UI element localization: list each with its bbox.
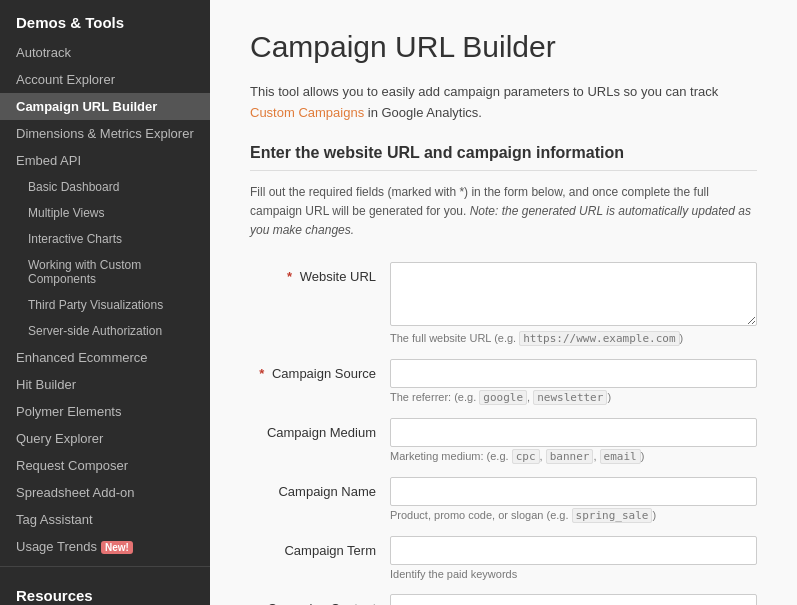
sidebar-item-enhanced-ecommerce[interactable]: Enhanced Ecommerce xyxy=(0,344,210,371)
sidebar-item-embed-api[interactable]: Embed API xyxy=(0,147,210,174)
form-label-campaign-medium: Campaign Medium xyxy=(250,418,390,440)
form-row-campaign-content: Campaign Contentids xyxy=(250,594,757,605)
required-star: * xyxy=(259,366,268,381)
intro-text: This tool allows you to easily add campa… xyxy=(250,82,757,124)
sidebar-item-campaign-url-builder[interactable]: Campaign URL Builder xyxy=(0,93,210,120)
sidebar-resources-title: Resources xyxy=(0,573,210,605)
intro-text-before: This tool allows you to easily add campa… xyxy=(250,84,718,99)
sidebar-divider xyxy=(0,566,210,567)
form-label-campaign-source: * Campaign Source xyxy=(250,359,390,381)
sidebar-item-tag-assistant[interactable]: Tag Assistant xyxy=(0,506,210,533)
campaign-source-input[interactable] xyxy=(390,359,757,388)
sidebar-item-hit-builder[interactable]: Hit Builder xyxy=(0,371,210,398)
required-star: * xyxy=(287,269,296,284)
sidebar-item-basic-dashboard[interactable]: Basic Dashboard xyxy=(0,174,210,200)
sidebar-items: AutotrackAccount ExplorerCampaign URL Bu… xyxy=(0,39,210,560)
form-row-campaign-medium: Campaign MediumMarketing medium: (e.g. c… xyxy=(250,418,757,463)
sidebar-item-custom-components[interactable]: Working with Custom Components xyxy=(0,252,210,292)
field-hint-campaign-source: The referrer: (e.g. google, newsletter) xyxy=(390,391,757,404)
fill-note: Fill out the required fields (marked wit… xyxy=(250,183,757,241)
form-row-campaign-term: Campaign TermIdentify the paid keywords xyxy=(250,536,757,580)
form: * Website URLThe full website URL (e.g. … xyxy=(250,262,757,605)
form-field-wrap-campaign-name: Product, promo code, or slogan (e.g. spr… xyxy=(390,477,757,522)
custom-campaigns-link[interactable]: Custom Campaigns xyxy=(250,105,364,120)
form-field-wrap-website-url: The full website URL (e.g. https://www.e… xyxy=(390,262,757,345)
form-label-website-url: * Website URL xyxy=(250,262,390,284)
sidebar-item-dimensions-metrics[interactable]: Dimensions & Metrics Explorer xyxy=(0,120,210,147)
sidebar-item-server-auth[interactable]: Server-side Authorization xyxy=(0,318,210,344)
sidebar-item-interactive-charts[interactable]: Interactive Charts xyxy=(0,226,210,252)
field-hint-campaign-name: Product, promo code, or slogan (e.g. spr… xyxy=(390,509,757,522)
sidebar-item-polymer[interactable]: Polymer Elements xyxy=(0,398,210,425)
sidebar-section-title: Demos & Tools xyxy=(0,0,210,39)
form-row-website-url: * Website URLThe full website URL (e.g. … xyxy=(250,262,757,345)
sidebar-item-query-explorer[interactable]: Query Explorer xyxy=(0,425,210,452)
campaign-content-input[interactable] xyxy=(390,594,757,605)
sidebar-item-request-composer[interactable]: Request Composer xyxy=(0,452,210,479)
sidebar-item-multiple-views[interactable]: Multiple Views xyxy=(0,200,210,226)
page-title: Campaign URL Builder xyxy=(250,30,757,64)
section-heading: Enter the website URL and campaign infor… xyxy=(250,144,757,171)
campaign-name-input[interactable] xyxy=(390,477,757,506)
form-label-campaign-content: Campaign Content xyxy=(250,594,390,605)
field-hint-campaign-medium: Marketing medium: (e.g. cpc, banner, ema… xyxy=(390,450,757,463)
form-row-campaign-name: Campaign NameProduct, promo code, or slo… xyxy=(250,477,757,522)
sidebar-item-usage-trends[interactable]: Usage TrendsNew! xyxy=(0,533,210,560)
new-badge: New! xyxy=(101,541,133,554)
field-hint-website-url: The full website URL (e.g. https://www.e… xyxy=(390,332,757,345)
form-row-campaign-source: * Campaign SourceThe referrer: (e.g. goo… xyxy=(250,359,757,404)
form-field-wrap-campaign-source: The referrer: (e.g. google, newsletter) xyxy=(390,359,757,404)
sidebar-item-third-party[interactable]: Third Party Visualizations xyxy=(0,292,210,318)
sidebar-item-spreadsheet[interactable]: Spreadsheet Add-on xyxy=(0,479,210,506)
form-field-wrap-campaign-term: Identify the paid keywords xyxy=(390,536,757,580)
form-field-wrap-campaign-content: ids xyxy=(390,594,757,605)
campaign-medium-input[interactable] xyxy=(390,418,757,447)
field-hint-campaign-term: Identify the paid keywords xyxy=(390,568,757,580)
sidebar: Demos & Tools AutotrackAccount ExplorerC… xyxy=(0,0,210,605)
form-label-campaign-term: Campaign Term xyxy=(250,536,390,558)
sidebar-item-account-explorer[interactable]: Account Explorer xyxy=(0,66,210,93)
intro-text-after: in Google Analytics. xyxy=(364,105,482,120)
campaign-term-input[interactable] xyxy=(390,536,757,565)
form-label-campaign-name: Campaign Name xyxy=(250,477,390,499)
main-content: Campaign URL Builder This tool allows yo… xyxy=(210,0,797,605)
website-url-input[interactable] xyxy=(390,262,757,326)
sidebar-item-autotrack[interactable]: Autotrack xyxy=(0,39,210,66)
form-field-wrap-campaign-medium: Marketing medium: (e.g. cpc, banner, ema… xyxy=(390,418,757,463)
